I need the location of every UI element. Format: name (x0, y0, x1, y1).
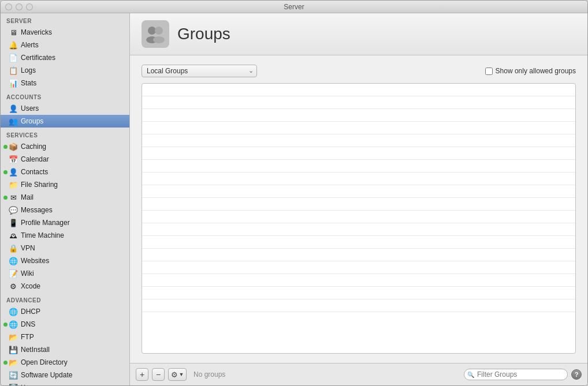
remove-group-button[interactable]: − (152, 368, 165, 381)
main-layout: SERVER 🖥 Mavericks 🔔 Alerts 📄 Certificat… (1, 13, 587, 385)
sidebar-item-xsan[interactable]: 💽 Xsan (1, 381, 129, 385)
sidebar-item-stats[interactable]: 📊 Stats (1, 77, 129, 89)
sidebar-item-logs[interactable]: 📋 Logs (1, 64, 129, 77)
sidebar-item-ftp[interactable]: 📂 FTP (1, 331, 129, 343)
sidebar-item-label: Software Update (21, 371, 72, 379)
wiki-icon: 📝 (9, 269, 18, 278)
sidebar-item-contacts[interactable]: 👤 Contacts (1, 166, 129, 178)
sidebar-item-label: Calendar (21, 155, 49, 163)
help-button[interactable]: ? (571, 369, 582, 380)
file-sharing-icon: 📁 (9, 180, 18, 189)
titlebar: Server (1, 1, 587, 13)
xcode-icon: ⚙ (9, 282, 18, 291)
sidebar-item-xcode[interactable]: ⚙ Xcode (1, 280, 129, 293)
sidebar-section-server: SERVER (1, 13, 129, 26)
sidebar-item-vpn[interactable]: 🔒 VPN (1, 242, 129, 254)
status-dot-green (3, 170, 8, 174)
sidebar-item-label: DHCP (21, 308, 40, 316)
sidebar-item-label: Groups (21, 117, 43, 125)
sidebar-item-file-sharing[interactable]: 📁 File Sharing (1, 178, 129, 191)
sidebar-item-software-update[interactable]: 🔄 Software Update (1, 369, 129, 381)
sidebar-item-wiki[interactable]: 📝 Wiki (1, 267, 129, 280)
traffic-lights (5, 3, 33, 10)
bottom-bar: + − ⚙ ▼ No groups ? (130, 363, 587, 385)
table-row (142, 134, 575, 147)
table-row (142, 185, 575, 198)
table-row (142, 211, 575, 223)
sidebar-item-mail[interactable]: ✉ Mail (1, 191, 129, 204)
sidebar-item-label: Mail (21, 193, 34, 201)
sidebar-item-label: Open Directory (21, 358, 68, 366)
show-allowed-row: Show only allowed groups (485, 67, 576, 75)
app-window: Server SERVER 🖥 Mavericks 🔔 Alerts 📄 Cer… (0, 0, 588, 386)
sidebar-item-label: Mavericks (21, 28, 52, 36)
table-row (142, 160, 575, 173)
status-dot-green (3, 145, 8, 149)
table-row (142, 299, 575, 312)
sidebar-item-label: Contacts (21, 168, 48, 176)
sidebar-item-certificates[interactable]: 📄 Certificates (1, 51, 129, 64)
sidebar-item-label: Xcode (21, 282, 40, 290)
dns-icon: 🌐 (9, 320, 18, 329)
sidebar-item-netinstall[interactable]: 💾 NetInstall (1, 343, 129, 356)
sidebar-item-profile-manager[interactable]: 📱 Profile Manager (1, 216, 129, 229)
sidebar-item-label: Certificates (21, 54, 55, 62)
action-menu-button[interactable]: ⚙ ▼ (168, 368, 187, 381)
sidebar-item-websites[interactable]: 🌐 Websites (1, 254, 129, 267)
content-header-icon (142, 20, 169, 48)
groups-table (142, 83, 576, 354)
table-row (142, 173, 575, 185)
svg-point-3 (153, 36, 165, 43)
minimize-button[interactable] (16, 3, 23, 10)
content-header: Groups (130, 13, 587, 55)
sidebar-item-label: Wiki (21, 269, 34, 278)
software-update-icon: 🔄 (9, 370, 18, 380)
stats-icon: 📊 (9, 78, 18, 88)
groups-dropdown[interactable]: Local Groups Network Groups (142, 65, 257, 77)
sidebar-item-groups[interactable]: 👥 Groups (1, 115, 129, 128)
show-allowed-checkbox[interactable] (485, 68, 493, 75)
add-group-button[interactable]: + (136, 368, 148, 381)
groups-header-icon (145, 24, 166, 44)
vpn-icon: 🔒 (9, 243, 18, 253)
sidebar-item-messages[interactable]: 💬 Messages (1, 204, 129, 216)
mail-icon: ✉ (9, 193, 18, 202)
sidebar-item-label: NetInstall (21, 346, 50, 354)
status-dot-green (3, 323, 8, 327)
close-button[interactable] (5, 3, 12, 10)
users-icon: 👤 (9, 104, 18, 113)
open-directory-icon: 📂 (9, 358, 18, 367)
caching-icon: 📦 (9, 142, 18, 151)
sidebar-item-open-directory[interactable]: 📂 Open Directory (1, 356, 129, 369)
alerts-icon: 🔔 (9, 40, 18, 50)
sidebar-item-label: Websites (21, 257, 49, 265)
sidebar-item-calendar[interactable]: 📅 Calendar (1, 153, 129, 166)
sidebar-item-dhcp[interactable]: 🌐 DHCP (1, 305, 129, 318)
sidebar-item-dns[interactable]: 🌐 DNS (1, 318, 129, 331)
sidebar-item-mavericks[interactable]: 🖥 Mavericks (1, 26, 129, 39)
sidebar-item-label: Stats (21, 79, 36, 87)
sidebar-item-users[interactable]: 👤 Users (1, 102, 129, 115)
chevron-down-icon: ▼ (179, 372, 184, 377)
messages-icon: 💬 (9, 205, 18, 215)
table-row (142, 223, 575, 236)
svg-point-0 (148, 27, 156, 35)
sidebar-section-advanced: ADVANCED (1, 293, 129, 305)
filter-groups-input[interactable] (464, 369, 568, 380)
sidebar-item-alerts[interactable]: 🔔 Alerts (1, 39, 129, 51)
profile-manager-icon: 📱 (9, 218, 18, 227)
window-title: Server (284, 3, 304, 11)
mavericks-icon: 🖥 (9, 28, 18, 37)
sidebar-item-label: Messages (21, 206, 53, 214)
websites-icon: 🌐 (9, 256, 18, 265)
groups-dropdown-wrapper[interactable]: Local Groups Network Groups (142, 65, 257, 77)
ftp-icon: 📂 (9, 332, 18, 342)
sidebar-item-time-machine[interactable]: 🕰 Time Machine (1, 229, 129, 242)
no-groups-label: No groups (193, 370, 225, 378)
maximize-button[interactable] (26, 3, 33, 10)
sidebar-item-label: FTP (21, 333, 34, 341)
sidebar-item-caching[interactable]: 📦 Caching (1, 140, 129, 153)
svg-point-1 (155, 27, 163, 35)
toolbar-row: Local Groups Network Groups Show only al… (142, 65, 576, 77)
table-row (142, 287, 575, 299)
